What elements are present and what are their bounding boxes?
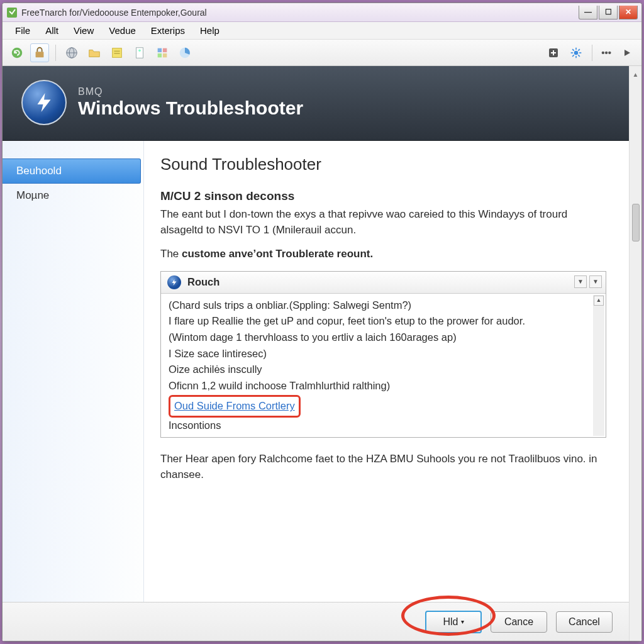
toolbar-separator (592, 45, 592, 61)
svg-point-18 (574, 50, 579, 55)
toolbar-refresh-icon[interactable] (8, 43, 26, 62)
footer-paragraph: Ther Hear apen fory Ralchcome faet to th… (160, 452, 606, 482)
chevron-down-icon: ▾ (461, 618, 464, 625)
cancel-button[interactable]: Cancel (556, 611, 613, 633)
toolbar-plus-icon[interactable] (544, 43, 563, 62)
sidebar: Beuhoold Moµne (3, 141, 144, 602)
close-button[interactable]: ✕ (619, 6, 638, 19)
window-controls: — ☐ ✕ (579, 6, 638, 19)
svg-line-26 (579, 49, 580, 51)
listbox-header[interactable]: Rouch ▼ ▼ (161, 272, 606, 294)
listbox-header-label: Rouch (187, 276, 219, 288)
list-line: I flare up Reallie the get uP and copur,… (169, 313, 591, 330)
highlight-annotation: Oud Suide Froms Cortlery (169, 395, 301, 418)
page-subheading: M/CU 2 sinson deconss (160, 189, 606, 203)
sidebar-item-moune[interactable]: Moµne (3, 184, 143, 208)
menu-help[interactable]: Help (194, 23, 226, 38)
toolbar-play-icon[interactable] (618, 43, 636, 62)
minimize-button[interactable]: — (579, 6, 597, 19)
svg-rect-0 (7, 8, 17, 18)
banner: BMQ Windows Troubleshooter (3, 66, 629, 141)
paragraph-1: The eant but I don-town the exys a that … (160, 207, 606, 238)
svg-rect-14 (158, 53, 162, 57)
body-area: BMQ Windows Troubleshooter Beuhoold Moµn… (3, 66, 629, 641)
menu-exterips[interactable]: Exterips (145, 23, 191, 38)
svg-rect-12 (158, 48, 162, 52)
svg-line-24 (579, 55, 580, 57)
toolbar-page-icon[interactable] (130, 43, 149, 62)
toolbar-more-icon[interactable]: ••• (599, 43, 614, 62)
svg-line-25 (572, 55, 574, 57)
svg-rect-2 (36, 52, 44, 57)
menu-file[interactable]: File (9, 23, 36, 38)
toolbar-folder-icon[interactable] (85, 43, 104, 62)
menu-allt[interactable]: Allt (39, 23, 65, 38)
svg-line-23 (572, 49, 574, 51)
main-split: Beuhoold Moµne Sound Troubleshooter M/CU… (3, 141, 629, 602)
primary-button[interactable]: Hld ▾ (425, 611, 482, 633)
svg-rect-13 (163, 48, 167, 52)
list-line: Oize achilės inscully (169, 362, 591, 378)
listbox-body: (Chard suls trips a onbliar.(Sppling: Sa… (161, 294, 606, 438)
toolbar-globe-icon[interactable] (62, 43, 81, 62)
page-heading: Sound Troubleshooter (160, 155, 606, 174)
titlebar: FreeTnarch for/Viedooouse Entempoker,Gou… (3, 3, 641, 22)
sidebar-item-beuhoold[interactable]: Beuhoold (3, 158, 141, 184)
svg-rect-7 (113, 48, 122, 57)
bolt-icon (167, 275, 181, 289)
toolbar-note-icon[interactable] (108, 43, 126, 62)
menubar: File Allt View Vedue Exterips Help (3, 22, 641, 40)
chevron-down-icon[interactable]: ▼ (574, 275, 587, 288)
banner-overline: BMQ (78, 86, 103, 97)
banner-title: Windows Troubleshooter (78, 97, 303, 119)
listbox-scrollbar[interactable]: ▲ (593, 295, 604, 436)
content-wrap: BMQ Windows Troubleshooter Beuhoold Moµn… (3, 66, 641, 641)
toolbar-pie-icon[interactable] (175, 43, 194, 62)
list-line: I Size sace lintiresec) (169, 346, 591, 362)
button-bar: Hld ▾ Cance Cancel (3, 602, 629, 641)
svg-rect-15 (163, 53, 167, 57)
list-line: Oficnn 1,2 wuild inchoose Tralmhlurthid … (169, 378, 591, 394)
maximize-button[interactable]: ☐ (599, 6, 618, 19)
main-pane: Sound Troubleshooter M/CU 2 sinson decon… (144, 141, 629, 602)
toolbar-grid-icon[interactable] (153, 43, 172, 62)
list-line: (Chard suls trips a onbliar.(Sppling: Sa… (169, 297, 591, 314)
scroll-handle[interactable] (632, 204, 640, 242)
toolbar-separator (55, 45, 56, 61)
list-line: Incsontions (169, 418, 591, 434)
app-window: FreeTnarch for/Viedooouse Entempoker,Gou… (2, 3, 642, 641)
page-scrollbar[interactable]: ▲ (629, 66, 641, 641)
primary-button-label: Hld (443, 616, 458, 628)
toolbar-gear-icon[interactable] (567, 43, 586, 62)
svg-rect-10 (136, 47, 143, 58)
cance-button[interactable]: Cance (491, 611, 547, 633)
scroll-up-icon[interactable]: ▲ (633, 71, 639, 78)
list-line: (Wintom dage 1 thervhloass to you ertliv… (169, 330, 591, 346)
window-title: FreeTnarch for/Viedooouse Entempoker,Gou… (21, 8, 579, 18)
guide-link[interactable]: Oud Suide Froms Cortlery (172, 398, 297, 414)
chevron-down-icon[interactable]: ▼ (589, 275, 602, 288)
scroll-up-icon[interactable]: ▲ (594, 296, 604, 306)
paragraph-2: The custome anve’ont Troublerate reount. (160, 247, 606, 262)
svg-point-11 (138, 49, 141, 52)
toolbar-lock-icon[interactable] (30, 43, 49, 62)
app-icon (6, 7, 18, 18)
bolt-logo-icon (21, 80, 67, 125)
toolbar: ••• (3, 40, 641, 66)
menu-vedue[interactable]: Vedue (103, 23, 142, 38)
menu-view[interactable]: View (67, 23, 100, 38)
results-listbox: Rouch ▼ ▼ (Chard suls trips a onbliar.(S… (160, 271, 606, 438)
